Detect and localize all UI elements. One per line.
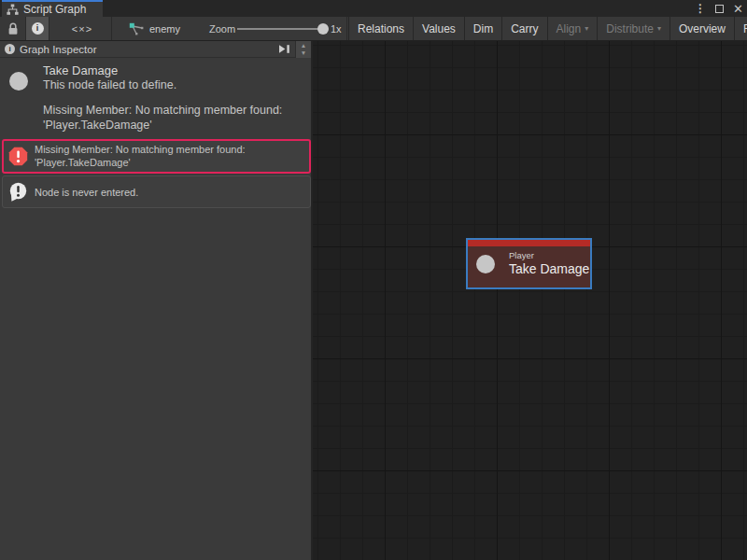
window-menu-icon[interactable]: ⋮	[695, 3, 706, 14]
zoom-slider-handle[interactable]	[317, 23, 329, 35]
inspector-toggle-button[interactable]: i	[25, 17, 49, 40]
error-message-box[interactable]: Missing Member: No matching member found…	[2, 139, 311, 174]
scroll-down-icon[interactable]: ▼	[301, 49, 306, 57]
tab-label: Script Graph	[23, 3, 86, 16]
graph-inspector-panel: i Graph Inspector ▲ ▼ Take Damage This n…	[0, 41, 313, 560]
window-controls: ⋮ ✕	[695, 0, 743, 17]
tab-script-graph[interactable]: Script Graph	[2, 0, 103, 17]
lock-icon	[7, 21, 20, 36]
toolbar-buttons: Relations Values Dim Carry Align ▾ Distr…	[348, 17, 747, 40]
inspector-node-error-detail: Missing Member: No matching member found…	[43, 104, 282, 133]
node-title: Take Damage	[509, 261, 589, 276]
node-header-strip	[468, 240, 590, 246]
dock-panel-button[interactable]	[275, 42, 292, 57]
relations-button[interactable]: Relations	[348, 17, 413, 40]
graph-canvas[interactable]: Player Take Damage	[313, 41, 747, 560]
node-icon-circle	[476, 255, 495, 273]
dropdown-arrow-icon: ▾	[585, 25, 588, 33]
maximize-icon[interactable]	[715, 5, 724, 13]
zoom-slider-track	[237, 28, 323, 30]
warning-message-text: Node is never entered.	[35, 187, 138, 198]
node-category: Player	[509, 250, 534, 260]
script-graph-icon	[7, 4, 19, 15]
dock-icon	[277, 44, 291, 54]
zoom-label: Zoom	[209, 17, 235, 40]
info-icon: i	[5, 44, 15, 54]
code-icon: <×>	[72, 23, 92, 35]
full-screen-button[interactable]: Full Screen	[734, 17, 747, 40]
toolbar-separator	[346, 17, 347, 40]
breadcrumb-label: enemy	[149, 23, 180, 35]
panel-scroll-spinner[interactable]: ▲ ▼	[295, 41, 311, 58]
close-icon[interactable]: ✕	[733, 3, 743, 15]
graph-inspector-title: Graph Inspector	[20, 44, 275, 55]
node-body: Player Take Damage	[468, 246, 590, 287]
toolbar: i <×> enemy Zoom 1x Relations Values Dim	[0, 17, 747, 41]
dropdown-arrow-icon: ▾	[657, 25, 661, 33]
breadcrumb[interactable]: enemy	[129, 17, 180, 40]
zoom-value: 1x	[331, 17, 342, 40]
take-damage-node[interactable]: Player Take Damage	[466, 238, 592, 289]
overview-button[interactable]: Overview	[669, 17, 734, 40]
lock-button[interactable]	[3, 17, 23, 40]
dim-button[interactable]: Dim	[464, 17, 501, 40]
info-icon: i	[32, 22, 44, 35]
warning-message-box[interactable]: Node is never entered.	[2, 175, 311, 208]
toolbar-separator	[111, 17, 112, 40]
tab-bar: Script Graph ⋮ ✕	[0, 0, 747, 17]
code-view-button[interactable]: <×>	[58, 17, 106, 40]
error-octagon-icon	[8, 147, 28, 166]
carry-button[interactable]: Carry	[501, 17, 546, 40]
inspector-node-subtitle: This node failed to define.	[43, 78, 176, 91]
inspector-node-title: Take Damage	[43, 63, 118, 77]
distribute-button: Distribute ▾	[597, 17, 669, 40]
warning-bubble-icon	[8, 182, 28, 203]
error-message-text: Missing Member: No matching member found…	[35, 144, 246, 169]
node-preview-circle	[9, 72, 28, 91]
graph-inspector-header: i Graph Inspector ▲ ▼	[0, 41, 311, 58]
values-button[interactable]: Values	[413, 17, 464, 40]
scroll-up-icon[interactable]: ▲	[301, 42, 306, 49]
zoom-slider[interactable]	[237, 17, 323, 40]
graph-asset-icon	[129, 22, 145, 35]
align-button: Align ▾	[547, 17, 598, 40]
